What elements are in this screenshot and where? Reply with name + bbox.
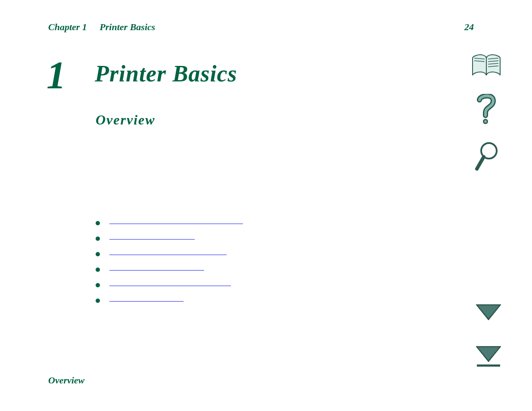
topic-link[interactable] [109, 300, 184, 302]
search-icon[interactable] [474, 141, 498, 172]
book-icon[interactable] [471, 54, 502, 78]
down-arrow-icon[interactable] [475, 304, 502, 322]
bullet-icon [96, 252, 100, 256]
footer-section-label: Overview [48, 375, 84, 386]
topic-link[interactable] [109, 285, 231, 286]
topic-link[interactable] [109, 238, 195, 240]
list-item [96, 215, 243, 231]
page-number: 24 [464, 22, 474, 33]
chapter-label: Chapter 1 [48, 22, 87, 32]
header-left: Chapter 1 Printer Basics [48, 22, 165, 33]
list-item [96, 246, 243, 262]
topic-list [96, 215, 243, 308]
bullet-icon [96, 268, 100, 272]
svg-marker-11 [478, 305, 499, 318]
svg-marker-13 [478, 347, 499, 360]
svg-rect-14 [477, 364, 500, 367]
page-header: Chapter 1 Printer Basics 24 [48, 22, 474, 33]
list-item [96, 277, 243, 293]
chapter-title: Printer Basics [100, 22, 155, 32]
list-item [96, 262, 243, 277]
svg-line-9 [477, 157, 484, 169]
down-arrow-bar-icon[interactable] [475, 346, 502, 368]
list-item [96, 293, 243, 308]
chapter-number: 1 [47, 56, 66, 95]
bullet-icon [96, 237, 100, 241]
section-title: Overview [96, 112, 156, 128]
topic-link[interactable] [109, 223, 243, 224]
topic-link[interactable] [109, 254, 227, 255]
side-toolbar-bottom [475, 304, 502, 368]
side-toolbar-top [471, 54, 502, 172]
svg-point-7 [484, 120, 487, 123]
bullet-icon [96, 299, 100, 303]
bullet-icon [96, 221, 100, 225]
page-title: Printer Basics [95, 60, 237, 87]
topic-link[interactable] [109, 269, 204, 271]
help-icon[interactable] [474, 94, 498, 125]
list-item [96, 231, 243, 246]
bullet-icon [96, 283, 100, 287]
